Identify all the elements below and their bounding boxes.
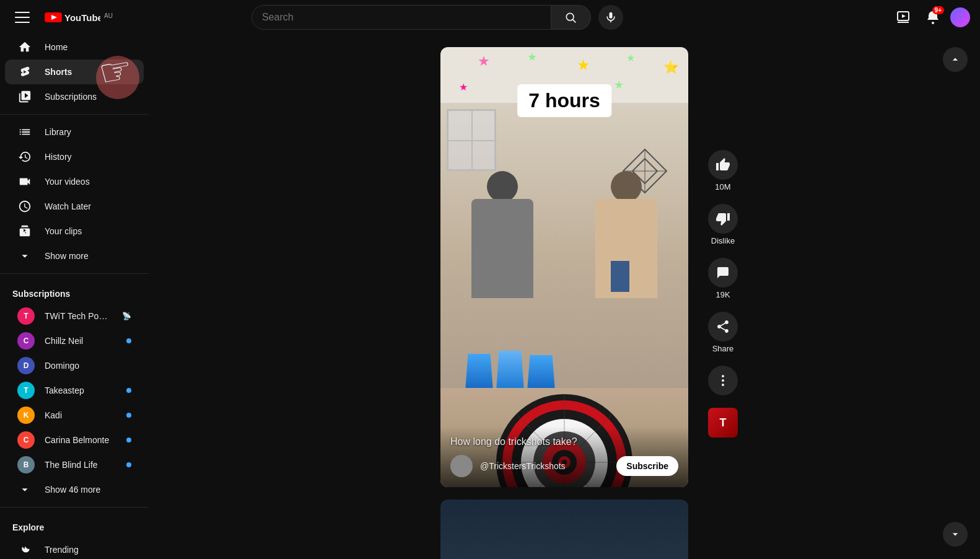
sub-avatar-takeastep: T [17,382,35,399]
your-clips-icon [17,224,32,239]
show-more-subs-button[interactable]: Show 46 more [5,477,144,502]
new-content-dot-chillz [126,338,131,343]
svg-line-7 [573,19,576,22]
channel-mini-letter: T [708,408,738,438]
sidebar-item-your-clips-label: Your clips [45,226,82,236]
user-avatar[interactable] [950,7,970,27]
logo-badge: AU [104,12,113,19]
svg-rect-2 [15,22,30,23]
sidebar-item-library[interactable]: Library [5,120,144,144]
person-right-head [611,171,642,202]
star-deep-pink: ★ [459,81,468,93]
history-icon [17,149,32,164]
svg-point-34 [722,384,724,386]
show-more-subs-label: Show 46 more [45,485,100,495]
shorts-container: ★ ★ ★ ★ ⭐ ★ ★ ★ 7 hours [440,35,688,559]
sidebar-item-your-clips[interactable]: Your clips [5,219,144,244]
sidebar-divider-2 [0,273,149,274]
star-green: ★ [527,50,537,64]
subscription-chillz[interactable]: C Chillz Neil [5,328,144,353]
sidebar-item-shorts[interactable]: Shorts [5,59,144,84]
search-bar [252,5,551,30]
subscription-takeastep[interactable]: T Takeastep [5,378,144,403]
subscribe-button[interactable]: Subscribe [616,456,678,476]
svg-point-33 [722,379,724,382]
notifications-button[interactable]: 9+ [921,5,945,30]
create-button[interactable] [891,5,916,30]
more-icon [708,366,738,395]
channel-avatar [450,455,473,477]
home-icon [17,40,32,55]
new-content-dot-kadi [126,413,131,418]
dislike-button[interactable]: Dislike [708,204,738,245]
subscription-blind-life[interactable]: B The Blind Life [5,452,144,477]
svg-text:YouTube: YouTube [64,12,100,23]
subscription-twit[interactable]: T TWiT Tech Podc... 📡 [5,304,144,328]
sub-avatar-kadi: K [17,407,35,424]
star-green2: ★ [626,52,635,64]
sub-avatar-twit: T [17,307,35,325]
explore-title: Explore [0,513,149,537]
hours-overlay: 7 hours [517,84,611,117]
search-button[interactable] [551,5,591,30]
star-lime: ★ [614,78,624,92]
svg-rect-1 [15,17,30,18]
more-button[interactable] [708,366,738,395]
svg-rect-0 [15,12,30,13]
sidebar-item-library-label: Library [45,127,71,137]
share-button[interactable]: Share [708,312,738,353]
sub-name-twit: TWiT Tech Podc... [45,311,112,321]
sidebar-item-watch-later[interactable]: Watch Later [5,194,144,219]
channel-mini-thumb[interactable]: T [708,408,738,438]
mic-button[interactable] [598,5,623,30]
header-left: YouTube AU [10,5,113,30]
sub-name-domingo: Domingo [45,361,131,371]
show-more-button[interactable]: Show more [5,244,144,268]
svg-marker-11 [902,14,906,18]
dislike-icon [708,204,738,234]
sub-name-takeastep: Takeastep [45,385,116,395]
sidebar-item-trending[interactable]: Trending [5,537,144,559]
subscription-domingo[interactable]: D Domingo [5,353,144,378]
blue-cups-area [465,354,493,391]
short-player-preview[interactable] [440,500,688,559]
new-content-dot-carina [126,438,131,442]
sidebar-divider-3 [0,507,149,508]
menu-button[interactable] [10,5,35,30]
video-bottom-overlay: How long do trickshots take? @Tricksters… [440,426,688,487]
search-input[interactable] [262,12,541,23]
sidebar-item-trending-label: Trending [45,545,79,555]
like-count: 10M [715,182,730,191]
person-right-shorts [611,261,629,292]
sub-name-kadi: Kadi [45,410,116,420]
like-button[interactable]: 10M [708,150,738,191]
person-left-head [487,171,518,202]
scroll-down-button[interactable] [943,522,968,547]
scroll-up-button[interactable] [943,47,968,72]
channel-name: @TrickstersTrickshots [480,461,609,471]
live-indicator-twit: 📡 [122,312,131,320]
sidebar: Home Shorts Subscriptions Library [0,0,149,559]
like-icon [708,150,738,180]
subscription-kadi[interactable]: K Kadi [5,403,144,428]
sub-avatar-blind-life: B [17,456,35,473]
comments-button[interactable]: 19K [708,258,738,299]
share-label: Share [712,344,734,353]
sidebar-item-your-videos[interactable]: Your videos [5,169,144,194]
sub-avatar-carina: C [17,431,35,449]
library-icon [17,125,32,139]
comments-count: 19K [715,290,730,299]
sidebar-item-subscriptions[interactable]: Subscriptions [5,84,144,109]
short-actions: 10M Dislike [708,150,738,438]
show-more-label: Show more [45,251,89,261]
subscription-carina[interactable]: C Carina Belmonte [5,428,144,452]
preview-bg [440,500,688,559]
youtube-logo[interactable]: YouTube AU [45,11,113,24]
sidebar-item-history[interactable]: History [5,144,144,169]
chevron-down-subs-icon [17,482,32,497]
sidebar-item-home[interactable]: Home [5,35,144,59]
person-left-body [471,199,533,298]
svg-point-13 [932,22,934,24]
sidebar-item-subscriptions-label: Subscriptions [45,92,97,102]
short-player[interactable]: ★ ★ ★ ★ ⭐ ★ ★ ★ 7 hours [440,47,688,487]
